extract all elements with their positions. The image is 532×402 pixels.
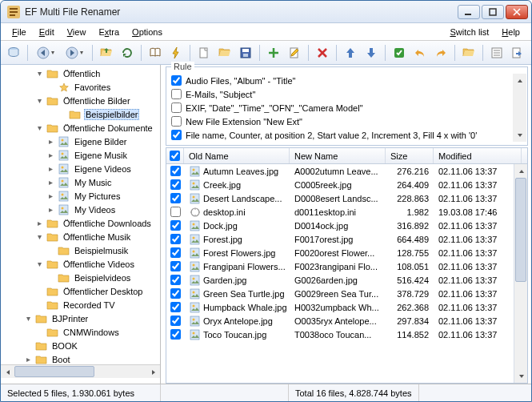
redo-icon[interactable] [431,43,450,62]
tree-node[interactable]: CNMWindows [1,325,160,339]
menu-file[interactable]: File [6,26,33,38]
row-checkbox[interactable] [170,275,181,285]
back-button[interactable]: ▾ [32,43,59,62]
menu-switch-list[interactable]: Switch list [443,26,495,38]
refresh-icon[interactable] [118,43,137,62]
rules-scrollbar[interactable] [513,74,526,142]
tree-node[interactable]: Beispielvideos [1,271,160,284]
move-up-icon[interactable] [341,43,360,62]
row-checkbox[interactable] [170,288,181,299]
row-checkbox[interactable] [170,302,181,312]
save-icon[interactable] [236,43,255,62]
table-row[interactable]: Forest Flowers.jpgF0020orest Flower...12… [166,246,527,259]
menu-options[interactable]: Options [126,26,169,38]
table-row[interactable]: Garden.jpgG0026arden.jpg516.42402.11.06 … [166,273,527,287]
scroll-left-icon[interactable] [1,365,14,379]
menu-extra[interactable]: Extra [92,26,126,38]
rule-checkbox[interactable] [171,103,182,113]
tree-node[interactable]: ▸Boot [1,352,160,364]
table-row[interactable]: Desert Landscape...D0008esert Landsc...2… [166,191,527,205]
tree-node[interactable]: ▾BJPrinter [1,312,160,325]
table-row[interactable]: Dock.jpgD0014ock.jpg316.89202.11.06 13:3… [166,219,527,232]
scroll-down-icon[interactable] [513,128,526,142]
row-checkbox[interactable] [170,207,181,217]
tree-toggle-icon[interactable]: ▾ [23,314,33,323]
open-file-icon[interactable] [215,43,234,62]
table-row[interactable]: Green Sea Turtle.jpgG0029reen Sea Tur...… [166,287,527,300]
row-checkbox[interactable] [170,247,181,258]
tree-toggle-icon[interactable]: ▸ [46,137,55,146]
row-checkbox[interactable] [170,261,181,271]
table-row[interactable]: Creek.jpgC0005reek.jpg264.40902.11.06 13… [166,178,527,191]
col-size[interactable]: Size [386,148,434,163]
row-checkbox[interactable] [170,316,181,326]
rule-row[interactable]: E-Mails, "Subject" [170,87,524,101]
export-icon[interactable] [508,43,527,62]
rule-row[interactable]: Audio Files, "Album" - "Title" [170,74,524,87]
row-checkbox[interactable] [170,179,181,190]
tree-toggle-icon[interactable]: ▾ [34,259,44,268]
col-new-name[interactable]: New Name [290,148,386,163]
table-row[interactable]: Toco Toucan.jpgT0038oco Toucan...114.852… [166,328,527,341]
move-down-icon[interactable] [362,43,381,62]
menu-view[interactable]: View [61,26,93,38]
book-icon[interactable] [146,43,165,62]
tree-node[interactable]: ▾Öffentliche Musik [1,230,160,243]
rule-checkbox[interactable] [171,89,182,99]
tree-node[interactable]: Beispielmusik [1,243,160,257]
tree-scrollbar-horizontal[interactable] [1,364,160,378]
tree-node[interactable]: ▸Eigene Bilder [1,135,160,148]
rule-row[interactable]: New File Extension "New Ext" [170,115,524,128]
minimize-button[interactable] [458,5,480,19]
tree-node[interactable]: ▾Öffentliche Bilder [1,94,160,107]
row-checkbox[interactable] [170,220,181,231]
rule-row[interactable]: File name, Counter, at position 2, Start… [170,128,524,142]
list-icon[interactable] [487,43,506,62]
menu-help[interactable]: Help [495,26,526,38]
col-checkbox[interactable] [166,148,184,163]
maximize-button[interactable] [482,5,504,19]
drive-icon[interactable] [4,43,23,62]
delete-rule-icon[interactable] [313,43,332,62]
tree-node[interactable]: ▾Öffentliche Videos [1,257,160,271]
tree-toggle-icon[interactable]: ▸ [34,219,44,227]
col-modified[interactable]: Modified [434,148,522,163]
row-checkbox[interactable] [170,166,181,176]
tree-toggle-icon[interactable]: ▾ [34,232,44,241]
new-file-icon[interactable] [194,43,214,62]
tree-toggle-icon[interactable]: ▾ [34,96,44,105]
tree-node[interactable]: ▾Öffentliche Dokumente [1,121,160,135]
undo-icon[interactable] [410,43,430,62]
table-scrollbar[interactable] [514,164,527,383]
tree-toggle-icon[interactable]: ▸ [46,191,55,200]
edit-rule-icon[interactable] [285,43,304,62]
tree-toggle-icon[interactable]: ▸ [46,164,55,173]
tree-node[interactable]: ▸My Music [1,175,160,189]
table-row[interactable]: Humpback Whale.jpgH0032umpback Wh...262.… [166,300,527,314]
tree-node[interactable]: Beispielbilder [1,107,160,121]
forward-button[interactable]: ▾ [61,43,88,62]
table-row[interactable]: Autumn Leaves.jpgA0002utumn Leave...276.… [166,164,527,178]
scroll-down-icon[interactable] [514,369,528,383]
tree-node[interactable]: Öffentlicher Desktop [1,284,160,298]
table-row[interactable]: Oryx Antelope.jpgO0035ryx Antelope...297… [166,314,527,328]
menu-edit[interactable]: Edit [33,26,61,38]
tree-toggle-icon[interactable]: ▸ [46,151,55,159]
scroll-right-icon[interactable] [146,365,160,379]
row-checkbox[interactable] [170,234,181,244]
tree-node[interactable]: Favorites [1,80,160,94]
rule-row[interactable]: EXIF, "Date"_"Time"_"OFN"_"Camera Model" [170,101,524,115]
tree-toggle-icon[interactable]: ▸ [46,178,55,187]
scroll-up-icon[interactable] [513,74,526,87]
tree-node[interactable]: Recorded TV [1,298,160,312]
tree-toggle-icon[interactable]: ▾ [34,69,44,78]
close-button[interactable] [506,5,528,19]
row-checkbox[interactable] [170,193,181,203]
tree-node[interactable]: ▸Öffentliche Downloads [1,216,160,230]
rule-checkbox[interactable] [171,130,182,140]
tree-node[interactable]: ▾Öffentlich [1,66,160,80]
col-old-name[interactable]: Old Name [184,148,290,163]
rule-checkbox[interactable] [171,75,182,86]
apply-icon[interactable] [390,43,409,62]
tree-node[interactable]: ▸My Pictures [1,189,160,203]
